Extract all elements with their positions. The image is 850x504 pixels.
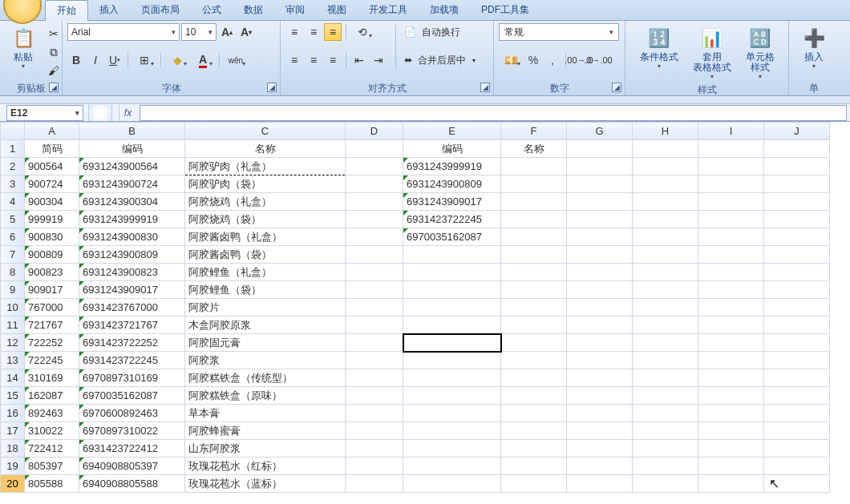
cell-I3[interactable] <box>698 175 764 193</box>
cell-B12[interactable]: 6931423722252 <box>79 334 185 352</box>
cell-H3[interactable] <box>633 175 698 193</box>
cell-F13[interactable] <box>501 352 567 369</box>
cell-E10[interactable] <box>403 299 501 317</box>
row-header-6[interactable]: 6 <box>1 228 25 246</box>
cell-H12[interactable] <box>633 334 698 352</box>
cell-C8[interactable]: 阿胶鲤鱼（礼盒） <box>185 264 346 281</box>
ribbon-tab-7[interactable]: 开发工具 <box>358 0 419 20</box>
cell-E4[interactable]: 6931243909017 <box>403 193 501 211</box>
cell-A2[interactable]: 900564 <box>25 158 79 175</box>
cell-G9[interactable] <box>567 281 633 299</box>
cell-styles-button[interactable]: 🔠 单元格 样式▾ <box>740 23 780 83</box>
cell-J13[interactable] <box>764 352 830 369</box>
italic-button[interactable]: I <box>87 51 104 69</box>
align-bottom-button[interactable]: ≡ <box>324 23 342 41</box>
cell-J16[interactable] <box>764 405 830 422</box>
cell-J11[interactable] <box>764 317 830 334</box>
cell-D14[interactable] <box>346 369 403 387</box>
cell-G5[interactable] <box>567 211 633 228</box>
cell-C9[interactable]: 阿胶鲤鱼（袋） <box>185 281 346 299</box>
cell-D13[interactable] <box>346 352 403 369</box>
cell-F15[interactable] <box>501 387 567 405</box>
row-header-17[interactable]: 17 <box>1 422 25 440</box>
col-header-H[interactable]: H <box>633 123 698 140</box>
cell-H6[interactable] <box>633 228 698 246</box>
cell-C19[interactable]: 玫瑰花苞水（红标） <box>185 458 346 475</box>
cell-E11[interactable] <box>403 317 501 334</box>
cell-H8[interactable] <box>633 264 698 281</box>
cell-E17[interactable] <box>403 422 501 440</box>
cell-A18[interactable]: 722412 <box>25 440 79 458</box>
cell-G4[interactable] <box>567 193 633 211</box>
clipboard-dialog-launcher[interactable]: ◢ <box>49 83 59 92</box>
paste-button[interactable]: 📋 粘贴 ▾ <box>5 23 42 72</box>
cell-F6[interactable] <box>501 228 567 246</box>
cell-J4[interactable] <box>764 193 830 211</box>
cell-D17[interactable] <box>346 422 403 440</box>
row-header-18[interactable]: 18 <box>1 440 25 458</box>
cell-I9[interactable] <box>698 281 764 299</box>
cell-F17[interactable] <box>501 422 567 440</box>
cell-A3[interactable]: 900724 <box>25 175 79 193</box>
cell-H13[interactable] <box>633 352 698 369</box>
cell-F5[interactable] <box>501 211 567 228</box>
cell-G18[interactable] <box>567 440 633 458</box>
cell-B17[interactable]: 6970897310022 <box>79 422 185 440</box>
cell-I6[interactable] <box>698 228 764 246</box>
cell-D8[interactable] <box>346 264 403 281</box>
phonetic-button[interactable]: wên <box>224 51 248 69</box>
cell-I17[interactable] <box>698 422 764 440</box>
cell-E15[interactable] <box>403 387 501 405</box>
name-box[interactable]: E12▾ <box>6 105 83 121</box>
cell-H4[interactable] <box>633 193 698 211</box>
cell-B14[interactable]: 6970897310169 <box>79 369 185 387</box>
cell-B19[interactable]: 6940908805397 <box>79 458 185 475</box>
cell-J12[interactable] <box>764 334 830 352</box>
cell-H14[interactable] <box>633 369 698 387</box>
cell-E6[interactable]: 6970035162087 <box>403 228 501 246</box>
border-button[interactable]: ⊞ <box>132 51 156 69</box>
cell-D2[interactable] <box>346 158 403 175</box>
cell-D9[interactable] <box>346 281 403 299</box>
cell-D5[interactable] <box>346 211 403 228</box>
cell-J7[interactable] <box>764 246 830 264</box>
cell-F9[interactable] <box>501 281 567 299</box>
cell-I19[interactable] <box>698 458 764 475</box>
cell-B1[interactable]: 编码 <box>79 140 185 158</box>
cell-B9[interactable]: 6931243909017 <box>79 281 185 299</box>
cell-F19[interactable] <box>501 458 567 475</box>
col-header-E[interactable]: E <box>403 123 501 140</box>
cell-B18[interactable]: 6931423722412 <box>79 440 185 458</box>
cell-A19[interactable]: 805397 <box>25 458 79 475</box>
cell-G10[interactable] <box>567 299 633 317</box>
cell-B2[interactable]: 6931243900564 <box>79 158 185 175</box>
cell-G19[interactable] <box>567 458 633 475</box>
cell-I15[interactable] <box>698 387 764 405</box>
cell-A16[interactable]: 892463 <box>25 405 79 422</box>
ribbon-tab-2[interactable]: 页面布局 <box>130 0 191 20</box>
cell-D7[interactable] <box>346 246 403 264</box>
cell-A14[interactable]: 310169 <box>25 369 79 387</box>
row-header-11[interactable]: 11 <box>1 317 25 334</box>
cell-E3[interactable]: 6931243900809 <box>403 175 501 193</box>
cell-J6[interactable] <box>764 228 830 246</box>
cell-H1[interactable] <box>633 140 698 158</box>
cell-F18[interactable] <box>501 440 567 458</box>
cell-G3[interactable] <box>567 175 633 193</box>
cell-I8[interactable] <box>698 264 764 281</box>
cell-F1[interactable]: 名称 <box>501 140 567 158</box>
formula-bar[interactable] <box>140 105 847 121</box>
cell-G16[interactable] <box>567 405 633 422</box>
ribbon-tab-4[interactable]: 数据 <box>233 0 274 20</box>
cell-H19[interactable] <box>633 458 698 475</box>
worksheet-grid[interactable]: ABCDEFGHIJ1简码编码名称编码名称2900564693124390056… <box>0 122 850 493</box>
cell-E19[interactable] <box>403 458 501 475</box>
cell-D18[interactable] <box>346 440 403 458</box>
row-header-4[interactable]: 4 <box>1 193 25 211</box>
row-header-2[interactable]: 2 <box>1 158 25 175</box>
wrap-text-button[interactable]: 📄 自动换行 <box>404 23 476 41</box>
row-header-3[interactable]: 3 <box>1 175 25 193</box>
cell-F8[interactable] <box>501 264 567 281</box>
cell-J3[interactable] <box>764 175 830 193</box>
cell-I5[interactable] <box>698 211 764 228</box>
